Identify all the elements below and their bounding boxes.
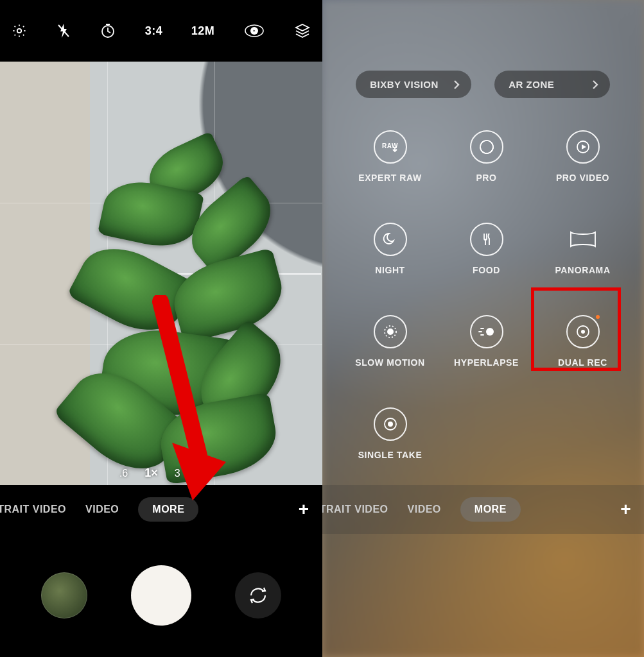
dual-rec-icon bbox=[566, 315, 600, 348]
night-icon bbox=[374, 223, 407, 256]
filters-icon[interactable] bbox=[294, 22, 311, 39]
mode-label: SLOW MOTION bbox=[355, 357, 424, 368]
ar-zone-button[interactable]: AR ZONE bbox=[494, 71, 610, 98]
bottom-controls-placeholder bbox=[322, 534, 645, 657]
resolution-button[interactable]: 12M bbox=[191, 24, 215, 38]
single-take-icon bbox=[374, 407, 407, 441]
svg-marker-10 bbox=[582, 144, 586, 149]
pro-icon bbox=[470, 130, 503, 164]
badge-dot bbox=[596, 315, 600, 319]
viewfinder-plant bbox=[77, 126, 295, 472]
mode-portrait-video[interactable]: PORTRAIT VIDEO bbox=[0, 504, 66, 515]
mode-label: HYPERLAPSE bbox=[454, 357, 519, 368]
zoom-option[interactable]: 3 bbox=[175, 468, 180, 479]
svg-text:RAW: RAW bbox=[382, 142, 398, 149]
switch-camera-button[interactable] bbox=[235, 572, 281, 619]
zoom-option[interactable]: 5 bbox=[197, 468, 203, 479]
mode-pro-video[interactable]: PRO VIDEO bbox=[538, 130, 628, 183]
expert-raw-icon: RAW bbox=[374, 130, 407, 164]
food-icon bbox=[470, 223, 503, 256]
chevron-right-icon bbox=[453, 80, 460, 90]
mode-food[interactable]: FOOD bbox=[442, 223, 532, 275]
mode-label: PANORAMA bbox=[555, 265, 610, 275]
screenshot-container: 3:4 12M bbox=[0, 0, 644, 657]
mode-expert-raw[interactable]: RAW EXPERT RAW bbox=[345, 130, 435, 183]
mode-grid: RAW EXPERT RAW PRO bbox=[345, 130, 622, 460]
mode-dual-rec[interactable]: DUAL REC bbox=[538, 315, 628, 368]
shutter-button[interactable] bbox=[131, 565, 191, 626]
mode-night[interactable]: NIGHT bbox=[345, 223, 435, 275]
svg-point-11 bbox=[387, 328, 394, 335]
pill-label: AR ZONE bbox=[509, 79, 554, 90]
bixby-vision-button[interactable]: BIXBY VISION bbox=[356, 71, 471, 98]
zoom-option[interactable]: .6 bbox=[119, 468, 128, 479]
mode-panorama[interactable]: PANORAMA bbox=[538, 223, 628, 275]
svg-point-13 bbox=[486, 328, 494, 336]
mode-portrait-video[interactable]: PORTRAIT VIDEO bbox=[322, 504, 388, 515]
mode-label: PRO VIDEO bbox=[556, 173, 609, 183]
mode-more[interactable]: MORE bbox=[138, 497, 198, 522]
mode-label: EXPERT RAW bbox=[358, 173, 422, 183]
mode-hyperlapse[interactable]: HYPERLAPSE bbox=[442, 315, 532, 368]
top-toolbar: 3:4 12M bbox=[0, 0, 322, 62]
mode-pro[interactable]: PRO bbox=[442, 130, 532, 183]
mode-single-take[interactable]: SINGLE TAKE bbox=[345, 407, 435, 460]
add-mode-button[interactable]: + bbox=[615, 499, 636, 520]
camera-main-screen: 3:4 12M bbox=[0, 0, 322, 657]
mode-more[interactable]: MORE bbox=[460, 497, 521, 522]
slow-motion-icon bbox=[374, 315, 407, 348]
top-pill-row: BIXBY VISION AR ZONE bbox=[322, 71, 645, 98]
svg-point-17 bbox=[388, 422, 393, 427]
mode-video[interactable]: VIDEO bbox=[85, 504, 119, 515]
motion-photo-icon[interactable] bbox=[243, 23, 265, 38]
mode-tabs: PORTRAIT VIDEO VIDEO MORE + bbox=[322, 485, 645, 534]
switch-camera-icon bbox=[247, 584, 269, 606]
hyperlapse-icon bbox=[470, 315, 503, 348]
pill-label: BIXBY VISION bbox=[370, 79, 439, 90]
mode-video[interactable]: VIDEO bbox=[408, 504, 441, 515]
zoom-option-active[interactable]: 1× bbox=[144, 466, 158, 480]
mode-slow-motion[interactable]: SLOW MOTION bbox=[345, 315, 435, 368]
mode-tabs: PORTRAIT VIDEO VIDEO MORE + bbox=[0, 485, 322, 534]
aspect-ratio-button[interactable]: 3:4 bbox=[145, 24, 163, 38]
zoom-selector[interactable]: .6 1× 3 5 bbox=[119, 466, 203, 480]
panorama-icon bbox=[566, 223, 600, 256]
add-mode-button[interactable]: + bbox=[293, 499, 315, 520]
pro-video-icon bbox=[566, 130, 600, 164]
flash-off-icon[interactable] bbox=[56, 22, 71, 39]
mode-label: NIGHT bbox=[375, 265, 405, 275]
svg-point-0 bbox=[17, 29, 21, 33]
svg-point-15 bbox=[581, 330, 585, 334]
camera-viewfinder[interactable]: .6 1× 3 5 bbox=[0, 62, 322, 485]
mode-label: DUAL REC bbox=[558, 357, 607, 368]
bottom-controls bbox=[0, 534, 322, 657]
settings-icon[interactable] bbox=[12, 23, 27, 38]
mode-label: SINGLE TAKE bbox=[358, 450, 422, 460]
mode-label: PRO bbox=[476, 173, 496, 183]
mode-label: FOOD bbox=[473, 265, 500, 275]
gallery-thumbnail[interactable] bbox=[41, 572, 87, 619]
chevron-right-icon bbox=[592, 80, 598, 90]
camera-more-screen: BIXBY VISION AR ZONE RAW bbox=[322, 0, 645, 657]
timer-icon[interactable] bbox=[100, 22, 116, 39]
